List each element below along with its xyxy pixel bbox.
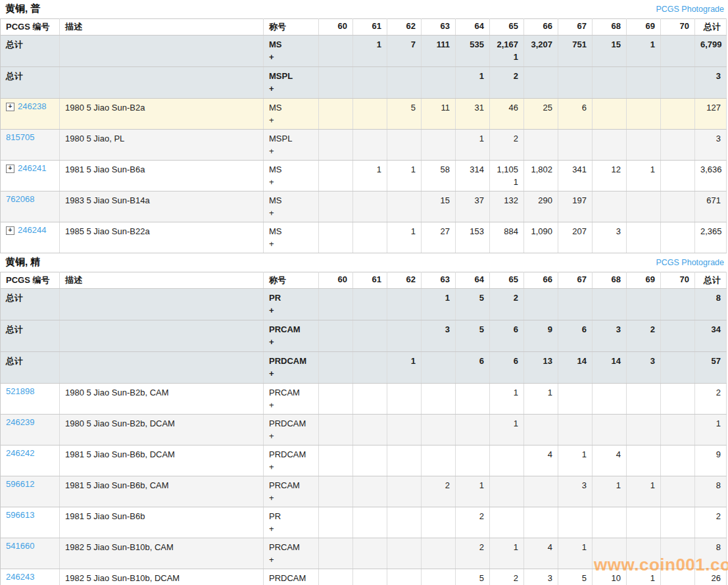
grade-count: 111 <box>427 38 450 51</box>
pcgs-number-link[interactable]: 541660 <box>6 541 34 551</box>
total-cell: 26 <box>695 569 727 585</box>
designation-cell: PRDCAM+ <box>264 352 319 384</box>
grade-cell-68 <box>593 507 627 538</box>
summary-label: 总计 <box>6 70 54 82</box>
pcgs-number-link[interactable]: 246239 <box>6 417 34 427</box>
designation-text: PRCAM <box>269 323 313 336</box>
grade-cell-69 <box>627 415 661 445</box>
expand-icon[interactable]: + <box>6 165 14 173</box>
expand-icon[interactable]: + <box>6 103 14 111</box>
column-header-grade-61: 61 <box>353 272 387 289</box>
total-cell: 3 <box>695 130 727 161</box>
grade-cell-69: 2 <box>627 320 661 352</box>
grade-cell-68: 10 <box>593 569 627 585</box>
grade-cell-67: 751 <box>558 36 593 67</box>
grade-cell-65: 1 <box>490 415 524 445</box>
grade-cell-68 <box>593 384 627 415</box>
grade-cell-62 <box>387 289 422 320</box>
grade-cell-61 <box>353 99 387 130</box>
grade-count: 25 <box>529 101 552 114</box>
grade-count: 1 <box>632 572 655 584</box>
total-count: 127 <box>700 101 721 114</box>
pcgs-photograde-link[interactable]: PCGS Photograde <box>656 5 724 14</box>
grade-cell-70 <box>661 161 695 191</box>
grade-count: 1 <box>393 163 416 176</box>
grade-cell-68: 3 <box>593 320 627 352</box>
grade-cell-70 <box>661 99 695 130</box>
grade-cell-66: 290 <box>524 191 558 222</box>
grade-count: 1 <box>358 163 381 176</box>
pcgs-number-link[interactable]: 246238 <box>18 101 46 111</box>
designation-text: MS <box>269 194 313 207</box>
designation-plus: + <box>269 114 313 126</box>
pcgs-number-link[interactable]: 246244 <box>18 225 46 235</box>
designation-plus: + <box>269 492 313 504</box>
designation-cell: PRDCAM+ <box>264 415 319 445</box>
grade-count: 2 <box>495 70 518 82</box>
description-text: 1981 5 Jiao Sun-B6a <box>65 163 258 176</box>
column-header-total: 总计 <box>695 272 727 289</box>
population-table: PCGS 编号描述称号6061626364656667686970总计总计PR+… <box>0 272 727 585</box>
grade-cell-64: 535 <box>456 36 490 67</box>
column-header-grade-66: 66 <box>524 272 558 289</box>
grade-cell-60 <box>319 222 353 253</box>
grade-cell-65: 1 <box>490 538 524 569</box>
total-count: 9 <box>700 448 721 461</box>
grade-cell-67: 5 <box>558 569 593 585</box>
description-text: 1983 5 Jiao Sun-B14a <box>65 194 258 207</box>
grade-cell-63: 15 <box>422 191 456 222</box>
section-title: 黄铜, 精 <box>5 256 40 268</box>
pcgs-number-link[interactable]: 246243 <box>6 572 34 582</box>
grade-cell-66 <box>524 67 558 99</box>
pcgs-number-link[interactable]: 762068 <box>6 194 34 204</box>
column-header-grade-68: 68 <box>593 19 627 36</box>
pcgs-number-link[interactable]: 815705 <box>6 132 34 142</box>
expand-icon[interactable]: + <box>6 226 14 235</box>
pcgs-number-link[interactable]: 596612 <box>6 479 34 489</box>
grade-cell-67: 207 <box>558 222 593 253</box>
grade-count: 207 <box>564 225 587 238</box>
grade-cell-62 <box>387 130 422 161</box>
total-count: 6,799 <box>700 38 721 51</box>
grade-cell-65: 2 <box>490 130 524 161</box>
pcgs-number-link[interactable]: 246242 <box>6 448 34 458</box>
grade-cell-69 <box>627 384 661 415</box>
grade-count: 15 <box>427 194 450 207</box>
grade-cell-61 <box>353 507 387 538</box>
grade-cell-65: 2 <box>490 67 524 99</box>
grade-cell-66 <box>524 289 558 320</box>
pcgs-cell: 596612 <box>1 476 60 507</box>
pcgs-number-link[interactable]: 246241 <box>18 163 46 173</box>
grade-count: 7 <box>393 38 416 51</box>
table-row: 5218981980 5 Jiao Sun-B2b, CAMPRCAM+112 <box>1 384 727 415</box>
grade-count: 31 <box>461 101 484 114</box>
grade-cell-60 <box>319 415 353 445</box>
pcgs-number-link[interactable]: 596613 <box>6 510 34 520</box>
designation-cell: MS+ <box>264 99 319 130</box>
grade-cell-69 <box>627 191 661 222</box>
column-header-grade-60: 60 <box>319 272 353 289</box>
grade-count: 1 <box>393 355 416 367</box>
pcgs-cell: 541660 <box>1 538 60 569</box>
pcgs-number-link[interactable]: 521898 <box>6 386 34 396</box>
grade-cell-61 <box>353 320 387 352</box>
grade-cell-62 <box>387 67 422 99</box>
total-count: 2,365 <box>700 225 721 238</box>
designation-text: MS <box>269 38 313 51</box>
description-cell: 1985 5 Jiao Sun-B22a <box>60 222 264 253</box>
designation-plus: + <box>269 336 313 348</box>
grade-cell-61: 1 <box>353 36 387 67</box>
grade-cell-60 <box>319 99 353 130</box>
grade-cell-62 <box>387 569 422 585</box>
grade-count: 1 <box>461 132 484 145</box>
grade-count: 1 <box>495 386 518 399</box>
grade-cell-65: 6 <box>490 352 524 384</box>
grade-cell-66: 9 <box>524 320 558 352</box>
pcgs-photograde-link[interactable]: PCGS Photograde <box>656 258 724 267</box>
grade-cell-67 <box>558 384 593 415</box>
grade-count: 153 <box>461 225 484 238</box>
column-header-grade-61: 61 <box>353 19 387 36</box>
grade-count: 4 <box>529 448 552 461</box>
grade-count: 6 <box>461 355 484 367</box>
grade-count: 6 <box>564 323 587 336</box>
